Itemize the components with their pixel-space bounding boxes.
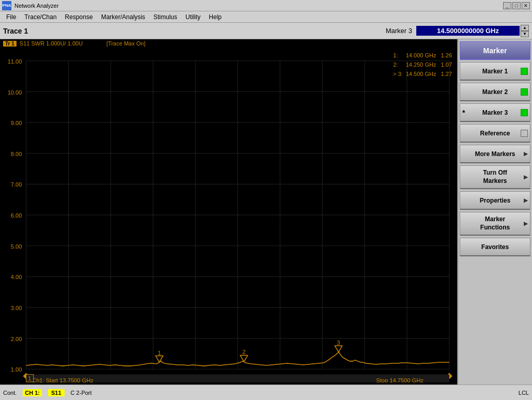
favorites-button[interactable]: Favorites xyxy=(460,238,530,256)
svg-text:1: 1 xyxy=(28,376,32,381)
properties-arrow: ▶ xyxy=(524,197,528,203)
marker-1-readout: 1: 14.000 GHz 1.26 xyxy=(393,51,452,60)
marker3-star: * xyxy=(462,109,465,117)
status-port: C 2-Port xyxy=(71,390,92,396)
more-markers-label: More Markers xyxy=(475,150,515,158)
spin-up[interactable]: ▲ xyxy=(521,25,529,31)
svg-text:7.00: 7.00 xyxy=(11,181,22,188)
menu-response[interactable]: Response xyxy=(61,12,97,22)
chart-header: Tr 1 S11 SWR 1.000U/ 1.00U [Trace Max On… xyxy=(0,39,457,48)
svg-marker-35 xyxy=(240,356,247,362)
trace-info: S11 SWR 1.000U/ 1.00U xyxy=(20,40,83,47)
turn-off-markers-button[interactable]: Turn OffMarkers ▶ xyxy=(460,165,530,189)
reference-label: Reference xyxy=(480,130,510,137)
marker1-button[interactable]: Marker 1 xyxy=(460,62,530,81)
main-content: Tr 1 S11 SWR 1.000U/ 1.00U [Trace Max On… xyxy=(0,39,532,384)
svg-text:3.00: 3.00 xyxy=(11,305,22,311)
marker2-label: Marker 2 xyxy=(482,88,508,96)
menu-help[interactable]: Help xyxy=(205,12,226,22)
maximize-button[interactable]: □ xyxy=(512,2,521,9)
svg-text:9.00: 9.00 xyxy=(11,120,22,126)
status-s11: S11 xyxy=(48,389,65,396)
trace-max: [Trace Max On] xyxy=(106,40,145,47)
status-lcl: LCL xyxy=(519,390,529,396)
marker-value-display[interactable]: 14.5000000000 GHz xyxy=(416,26,520,36)
window-title: Network Analyzer xyxy=(14,3,502,9)
menu-utility[interactable]: Utility xyxy=(181,12,205,22)
svg-text:8.00: 8.00 xyxy=(11,151,22,157)
marker-functions-button[interactable]: MarkerFunctions ▶ xyxy=(460,212,530,236)
title-bar: PNA Network Analyzer _ □ ✕ xyxy=(0,0,532,11)
status-bar: Cont. CH 1: S11 C 2-Port LCL xyxy=(0,384,532,400)
marker2-button[interactable]: Marker 2 xyxy=(460,83,530,101)
close-button[interactable]: ✕ xyxy=(522,2,530,9)
marker-header-button[interactable]: Marker xyxy=(460,41,530,60)
turn-off-markers-label: Turn OffMarkers xyxy=(483,169,507,185)
app-icon: PNA xyxy=(2,1,11,10)
svg-text:3: 3 xyxy=(337,340,340,346)
marker-label: Marker 3 xyxy=(386,27,412,35)
chart-area: Tr 1 S11 SWR 1.000U/ 1.00U [Trace Max On… xyxy=(0,39,457,384)
reference-indicator xyxy=(521,130,528,137)
more-markers-button[interactable]: More Markers ▶ xyxy=(460,145,530,163)
svg-text:10.00: 10.00 xyxy=(8,89,22,95)
spin-down[interactable]: ▼ xyxy=(521,31,529,37)
chart-svg: 11.00 10.00 9.00 8.00 7.00 6.00 5.00 4.0… xyxy=(0,48,457,382)
marker-header-label: Marker xyxy=(483,47,507,55)
marker1-indicator xyxy=(521,68,528,75)
marker3-button[interactable]: * Marker 3 xyxy=(460,103,530,122)
properties-button[interactable]: Properties ▶ xyxy=(460,191,530,210)
svg-text:6.00: 6.00 xyxy=(11,212,22,219)
svg-text:1.00: 1.00 xyxy=(11,366,22,373)
marker3-indicator xyxy=(521,109,528,116)
marker-value-spinner[interactable]: ▲ ▼ xyxy=(521,25,529,37)
minimize-button[interactable]: _ xyxy=(503,2,511,9)
toolbar: Trace 1 Marker 3 14.5000000000 GHz ▲ ▼ xyxy=(0,23,532,39)
svg-text:>Ch1: Start  13.7500 GHz: >Ch1: Start 13.7500 GHz xyxy=(29,377,94,382)
more-markers-arrow: ▶ xyxy=(524,151,528,157)
right-panel: Marker Marker 1 Marker 2 * Marker 3 Refe… xyxy=(457,39,532,384)
menu-file[interactable]: File xyxy=(2,12,20,22)
trace-label: Trace 1 xyxy=(3,27,28,35)
favorites-label: Favorites xyxy=(481,243,509,251)
menu-marker-analysis[interactable]: Marker/Analysis xyxy=(97,12,149,22)
svg-text:4.00: 4.00 xyxy=(11,274,22,280)
svg-text:11.00: 11.00 xyxy=(8,58,22,65)
menu-trace-chan[interactable]: Trace/Chan xyxy=(20,12,60,22)
svg-marker-33 xyxy=(155,356,163,362)
marker-3-readout: > 3: 14.500 GHz 1.27 xyxy=(393,69,452,79)
status-cont: Cont. xyxy=(3,390,17,396)
properties-label: Properties xyxy=(480,197,510,204)
reference-button[interactable]: Reference xyxy=(460,124,530,143)
status-ch: CH 1: xyxy=(23,389,42,396)
marker-functions-label: MarkerFunctions xyxy=(480,216,510,232)
svg-text:1: 1 xyxy=(158,349,161,356)
svg-text:2: 2 xyxy=(242,349,245,355)
trace-badge: Tr 1 xyxy=(3,41,17,47)
marker-functions-arrow: ▶ xyxy=(524,220,528,227)
svg-text:5.00: 5.00 xyxy=(11,243,22,250)
marker-2-readout: 2: 14.250 GHz 1.07 xyxy=(393,60,452,69)
svg-text:2.00: 2.00 xyxy=(11,336,22,342)
marker-readouts: 1: 14.000 GHz 1.26 2: 14.250 GHz 1.07 > … xyxy=(393,51,452,79)
svg-text:Stop  14.7500 GHz: Stop 14.7500 GHz xyxy=(376,377,424,382)
marker2-indicator xyxy=(521,88,528,96)
svg-marker-37 xyxy=(335,346,342,352)
menu-stimulus[interactable]: Stimulus xyxy=(149,12,181,22)
marker3-label: Marker 3 xyxy=(482,109,508,116)
menu-bar: File Trace/Chan Response Marker/Analysis… xyxy=(0,11,532,23)
turn-off-markers-arrow: ▶ xyxy=(524,174,528,180)
marker1-label: Marker 1 xyxy=(482,68,508,75)
